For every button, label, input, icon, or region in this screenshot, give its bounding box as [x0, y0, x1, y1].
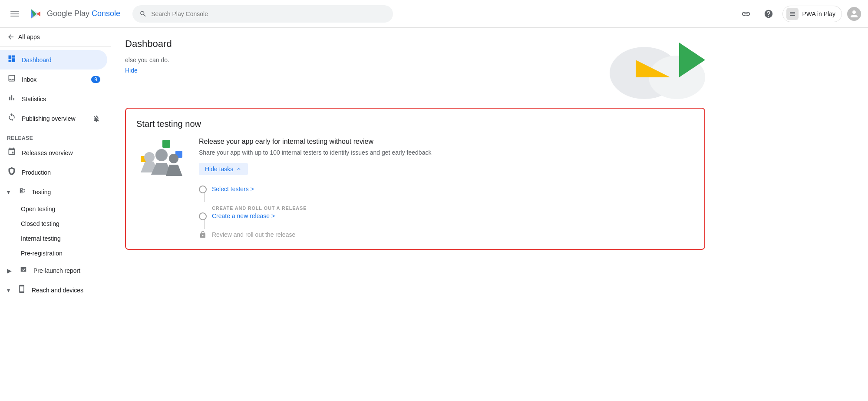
- svg-rect-6: [162, 140, 170, 148]
- play-logo-icon: [28, 6, 43, 22]
- task-item-1: Select testers >: [212, 186, 254, 192]
- sidebar-item-label: Reach and devices: [32, 287, 83, 294]
- prelaunch-expand-icon: ▶: [7, 267, 12, 274]
- create-release-link[interactable]: Create a new release >: [212, 212, 275, 219]
- sidebar-item-releases-overview[interactable]: Releases overview: [0, 143, 107, 162]
- svg-point-9: [144, 152, 155, 162]
- card-title: Release your app early for internal test…: [199, 138, 694, 146]
- svg-point-5: [22, 189, 25, 192]
- page-title: Dashboard: [125, 38, 172, 50]
- app-icon: [786, 8, 799, 20]
- dashboard-icon: [7, 54, 17, 65]
- chevron-up-icon: [236, 166, 242, 172]
- bell-off-icon: [92, 115, 100, 123]
- internal-testing-label: Internal testing: [21, 235, 61, 242]
- menu-icon[interactable]: [7, 6, 23, 22]
- select-testers-link[interactable]: Select testers >: [212, 186, 254, 192]
- closed-testing-label: Closed testing: [21, 220, 59, 227]
- sidebar-item-label: Pre-launch report: [33, 267, 80, 274]
- lock-icon: [199, 231, 207, 239]
- prelaunch-icon: [19, 265, 28, 276]
- main-content: Dashboard else you can do. Hide Start: [111, 28, 868, 401]
- help-icon-button[interactable]: [760, 5, 777, 23]
- logo-text: Google Play Console: [47, 9, 120, 18]
- sidebar-item-pre-launch-report[interactable]: ▶ Pre-launch report: [0, 261, 107, 280]
- testing-icon: [17, 186, 26, 197]
- logo: Google Play Console: [28, 6, 120, 22]
- svg-point-13: [169, 154, 178, 163]
- open-testing-label: Open testing: [21, 205, 55, 212]
- svg-rect-1: [10, 13, 19, 14]
- link-icon-button[interactable]: [737, 5, 755, 23]
- hide-tasks-button[interactable]: Hide tasks: [199, 163, 248, 175]
- sidebar-item-pre-registration[interactable]: Pre-registration: [0, 246, 111, 261]
- statistics-icon: [7, 93, 17, 104]
- sidebar-item-label: Publishing overview: [22, 115, 76, 122]
- sidebar-item-reach-and-devices[interactable]: ▾ Reach and devices: [0, 280, 107, 300]
- inbox-badge: 9: [91, 76, 100, 83]
- sidebar-item-label: Releases overview: [22, 149, 73, 156]
- topbar: Google Play Console PWA in Play: [0, 0, 868, 28]
- app-name: PWA in Play: [802, 10, 835, 17]
- subtitle-text: else you can do.: [125, 56, 172, 63]
- sidebar-item-testing[interactable]: ▾ Testing: [0, 182, 107, 202]
- hero-illustration: [558, 38, 705, 108]
- user-avatar[interactable]: [847, 7, 861, 21]
- sidebar-item-label: Inbox: [22, 76, 36, 83]
- sidebar-item-internal-testing[interactable]: Internal testing: [0, 231, 111, 246]
- start-testing-card: Start testing now: [125, 108, 705, 250]
- release-section-label: Release: [0, 128, 111, 143]
- sidebar-item-open-testing[interactable]: Open testing: [0, 202, 111, 216]
- search-input[interactable]: [151, 10, 386, 17]
- sidebar-item-closed-testing[interactable]: Closed testing: [0, 216, 111, 231]
- start-testing-title: Start testing now: [136, 119, 694, 129]
- sidebar-item-publishing-overview[interactable]: Publishing overview: [0, 109, 107, 128]
- tasks-list: Select testers > CREATE AND ROLL OUT A R…: [199, 186, 694, 239]
- back-arrow-icon: [7, 33, 15, 41]
- sidebar-item-label: Dashboard: [22, 56, 52, 63]
- inbox-icon: [7, 74, 17, 85]
- sidebar-nav: Dashboard Inbox 9 Statistics: [0, 46, 111, 303]
- app-selector[interactable]: PWA in Play: [782, 6, 842, 22]
- card-text: Release your app early for internal test…: [199, 138, 694, 239]
- task-item-2: Create a new release >: [212, 212, 275, 219]
- task-circle-1: [199, 186, 207, 193]
- sidebar-item-label: Statistics: [22, 96, 46, 103]
- sidebar-item-label: Testing: [32, 189, 51, 196]
- layout: All apps Dashboard Inbox 9: [0, 28, 868, 401]
- sidebar-item-label: Production: [22, 169, 51, 176]
- card-desc: Share your app with up to 100 internal t…: [199, 149, 694, 156]
- svg-rect-0: [10, 11, 19, 12]
- all-apps-label: All apps: [18, 33, 40, 40]
- hide-tasks-label: Hide tasks: [205, 166, 233, 172]
- testing-expand-icon: ▾: [7, 189, 10, 196]
- card-illustration: [136, 138, 188, 181]
- sidebar-item-inbox[interactable]: Inbox 9: [0, 70, 107, 89]
- svg-marker-14: [166, 165, 182, 176]
- releases-icon: [7, 147, 17, 158]
- all-apps-button[interactable]: All apps: [0, 28, 111, 46]
- create-section-label: CREATE AND ROLL OUT A RELEASE: [199, 202, 694, 212]
- topbar-right: PWA in Play: [737, 5, 861, 23]
- task-circle-2: [199, 212, 207, 220]
- pre-registration-label: Pre-registration: [21, 250, 63, 257]
- sidebar-item-statistics[interactable]: Statistics: [0, 89, 107, 109]
- production-icon: [7, 167, 17, 178]
- sidebar-item-production[interactable]: Production: [0, 162, 107, 182]
- publishing-icon: [7, 113, 17, 124]
- task-item-3: Review and roll out the release: [212, 231, 295, 238]
- search-icon: [139, 10, 147, 18]
- sidebar: All apps Dashboard Inbox 9: [0, 28, 111, 401]
- reach-icon: [17, 285, 26, 295]
- svg-rect-2: [10, 16, 19, 17]
- search-bar: [132, 5, 393, 23]
- sidebar-item-dashboard[interactable]: Dashboard: [0, 50, 107, 70]
- reach-expand-icon: ▾: [7, 287, 10, 294]
- svg-point-11: [155, 149, 168, 161]
- hide-link[interactable]: Hide: [125, 67, 138, 74]
